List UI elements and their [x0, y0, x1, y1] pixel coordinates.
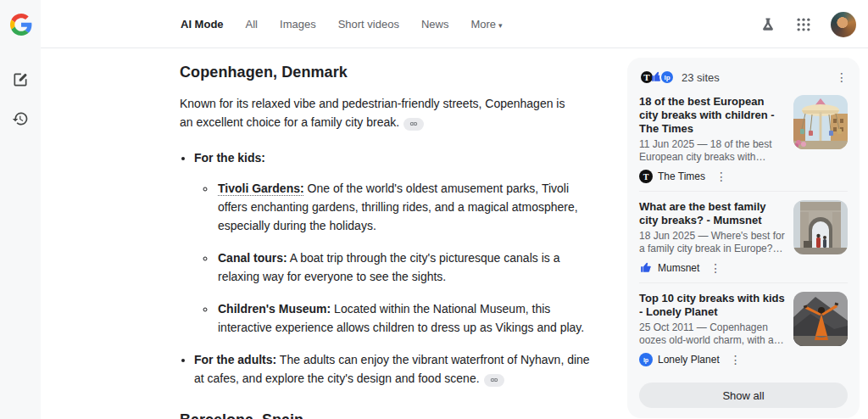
tab-more[interactable]: More▾: [470, 18, 502, 31]
link-icon: [409, 120, 418, 128]
source-name[interactable]: Mumsnet: [658, 262, 699, 274]
the-times-favicon: T: [639, 170, 653, 183]
source-name[interactable]: Lonely Planet: [658, 354, 720, 366]
card-snippet: 11 Jun 2025 — 18 of the best European ci…: [639, 138, 785, 164]
lonely-planet-favicon: lp: [659, 70, 675, 85]
lp-initial: lp: [664, 74, 670, 81]
card-text: Top 10 city breaks with kids - Lonely Pl…: [639, 292, 785, 366]
left-rail: [0, 0, 41, 419]
mumsnet-favicon: [639, 261, 653, 275]
source-name[interactable]: The Times: [658, 170, 705, 182]
tab-ai-mode[interactable]: AI Mode: [181, 18, 224, 31]
kids-label: For the kids:: [194, 151, 265, 165]
article-thumbnail-arch[interactable]: [793, 200, 848, 254]
list-item-canal-tours: Canal tours: A boat trip through the cit…: [216, 249, 592, 286]
show-all-button[interactable]: Show all: [639, 383, 848, 408]
canal-tours-label: Canal tours:: [218, 251, 287, 265]
card-text: 18 of the best European city breaks with…: [639, 95, 785, 183]
card-source-row: Mumsnet ⋮: [639, 261, 785, 275]
list-item-for-the-kids: For the kids: Tivoli Gardens: One of the…: [194, 148, 592, 337]
lp-initial: lp: [643, 357, 648, 363]
google-g-icon: [10, 14, 32, 36]
adults-label: For the adults:: [194, 353, 276, 366]
intro-text: Known for its relaxed vibe and pedestria…: [180, 97, 565, 129]
tab-all[interactable]: All: [246, 18, 258, 31]
labs-flask-icon[interactable]: [760, 16, 776, 33]
card-snippet: 18 Jun 2025 — Where's best for a family …: [639, 230, 785, 255]
section-heading-copenhagen: Copenhagen, Denmark: [180, 62, 592, 82]
card-overflow-menu-icon[interactable]: ⋮: [715, 170, 727, 182]
source-card-lonely-planet[interactable]: Top 10 city breaks with kids - Lonely Pl…: [639, 282, 848, 374]
ai-answer-column: Copenhagen, Denmark Known for its relaxe…: [180, 48, 592, 419]
childrens-museum-label: Children's Museum:: [218, 302, 331, 316]
sources-panel-header: T lp 23 sites ⋮: [639, 68, 848, 87]
times-initial: T: [643, 72, 649, 82]
sites-count: 23 sites: [682, 71, 720, 84]
google-logo[interactable]: [10, 14, 32, 36]
tab-news[interactable]: News: [421, 18, 449, 31]
list-item-childrens-museum: Children's Museum: Located within the Na…: [216, 299, 592, 337]
google-ai-mode-page: AI Mode All Images Short videos News Mor…: [0, 0, 868, 419]
kids-sublist: Tivoli Gardens: One of the world's oldes…: [194, 179, 592, 337]
article-thumbnail-orange-dress[interactable]: [793, 292, 848, 346]
card-overflow-menu-icon[interactable]: ⋮: [730, 354, 742, 366]
card-title[interactable]: 18 of the best European city breaks with…: [639, 95, 785, 136]
tab-short-videos[interactable]: Short videos: [338, 18, 399, 31]
lonely-planet-favicon: lp: [639, 353, 653, 366]
header-actions: [760, 0, 856, 48]
tab-more-label: More: [470, 18, 496, 31]
profile-avatar[interactable]: [831, 12, 856, 37]
panel-overflow-menu-icon[interactable]: ⋮: [836, 71, 848, 83]
card-source-row: lp Lonely Planet ⋮: [639, 353, 785, 366]
chevron-down-icon: ▾: [498, 21, 503, 30]
search-header: AI Mode All Images Short videos News Mor…: [41, 0, 868, 48]
history-icon[interactable]: [12, 110, 29, 127]
citation-link-chip[interactable]: [484, 374, 504, 387]
sources-panel: T lp 23 sites ⋮ 18 of the best European …: [627, 58, 860, 418]
intro-paragraph: Known for its relaxed vibe and pedestria…: [180, 94, 580, 131]
list-item-tivoli-gardens: Tivoli Gardens: One of the world's oldes…: [216, 179, 592, 235]
apps-grid-icon[interactable]: [795, 16, 812, 33]
citation-link-chip[interactable]: [403, 118, 424, 131]
times-initial: T: [643, 172, 649, 182]
list-item-for-the-adults: For the adults: The adults can enjoy the…: [194, 350, 592, 388]
tivoli-gardens-link[interactable]: Tivoli Gardens:: [218, 182, 304, 195]
article-thumbnail-carousel[interactable]: [793, 95, 848, 149]
section-heading-barcelona: Barcelona, Spain: [180, 410, 592, 419]
card-source-row: T The Times ⋮: [639, 170, 785, 183]
tab-images[interactable]: Images: [280, 18, 316, 31]
source-favicon-stack: T lp: [639, 70, 675, 85]
card-title[interactable]: Top 10 city breaks with kids - Lonely Pl…: [639, 292, 785, 319]
result-tabs: AI Mode All Images Short videos News Mor…: [41, 18, 503, 31]
new-chat-icon[interactable]: [12, 71, 29, 88]
link-icon: [490, 376, 498, 384]
source-card-mumsnet[interactable]: What are the best family city breaks? - …: [639, 191, 848, 282]
card-overflow-menu-icon[interactable]: ⋮: [709, 262, 721, 274]
answer-list: For the kids: Tivoli Gardens: One of the…: [182, 148, 592, 388]
source-card-the-times[interactable]: 18 of the best European city breaks with…: [639, 87, 848, 191]
card-snippet: 25 Oct 2011 — Copenhagen oozes old-world…: [639, 321, 785, 347]
card-text: What are the best family city breaks? - …: [639, 200, 785, 275]
card-title[interactable]: What are the best family city breaks? - …: [639, 200, 785, 227]
